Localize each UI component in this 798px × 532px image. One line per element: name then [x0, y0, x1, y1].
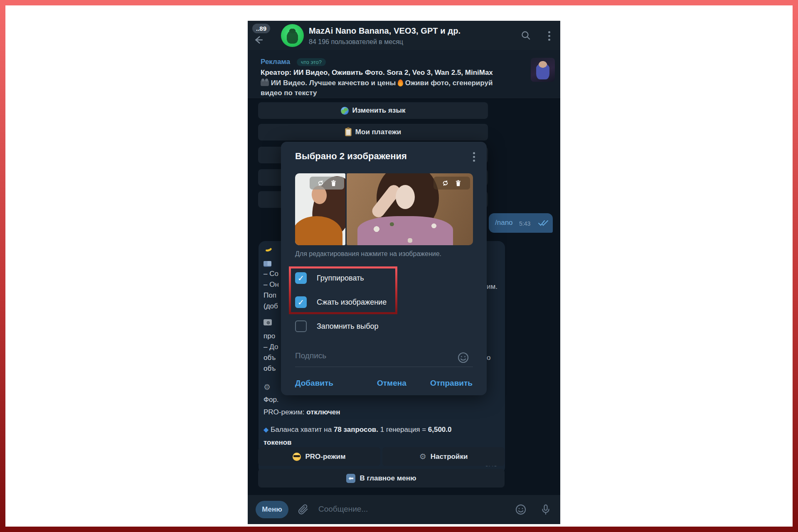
- edit-hint: Для редактирования нажмите на изображени…: [295, 250, 441, 258]
- emoji-icon[interactable]: [457, 352, 469, 364]
- attach-paperclip-icon[interactable]: [298, 504, 309, 515]
- ad-label: Реклама: [261, 58, 290, 66]
- search-icon[interactable]: [520, 30, 531, 41]
- ad-what-is-it-badge[interactable]: что это?: [297, 58, 326, 66]
- balance-line-2: токенов: [264, 438, 292, 447]
- clipboard-icon: [345, 128, 352, 136]
- message-input[interactable]: Сообщение...: [318, 505, 368, 514]
- emoji-icon[interactable]: [515, 504, 527, 515]
- message-fragment: – Со: [264, 270, 278, 278]
- dialog-menu-icon[interactable]: [473, 152, 475, 162]
- remember-choice-option[interactable]: ✓ Запомнить выбор: [295, 320, 378, 332]
- photo-figure: [357, 216, 453, 245]
- back-icon[interactable]: [253, 34, 264, 45]
- movie-camera-icon: [261, 80, 269, 86]
- message-fragment: о: [487, 354, 490, 362]
- ad-title: Креатор: ИИ Видео, Оживить Фото. Sora 2,…: [261, 69, 518, 77]
- annotation-highlight-box: [289, 266, 397, 314]
- sunglasses-icon: [293, 453, 301, 461]
- message-fragment: Фор.: [264, 396, 279, 404]
- message-fragment: Поп: [264, 291, 276, 300]
- banana-icon: [264, 244, 271, 253]
- message-fragment: – До: [264, 343, 278, 351]
- bot-command-link[interactable]: /nano: [495, 219, 513, 227]
- gear-icon: ⚙: [419, 453, 426, 461]
- keyboard-button-main-menu[interactable]: ⬅ В главное меню: [258, 469, 505, 488]
- message-fragment: (доб: [264, 302, 278, 310]
- bot-button-change-language[interactable]: Изменить язык: [258, 102, 488, 119]
- fire-icon: [398, 79, 403, 86]
- checkbox[interactable]: ✓: [295, 320, 307, 332]
- book-icon: [264, 261, 271, 269]
- bot-avatar[interactable]: [281, 24, 304, 47]
- photo-figure: [396, 185, 415, 209]
- add-button[interactable]: Добавить: [295, 379, 333, 388]
- selected-images: [295, 173, 473, 245]
- caption-underline: [295, 367, 473, 367]
- image-actions-overlay: [310, 177, 344, 190]
- chat-subtitle: 84 196 пользователей в месяц: [309, 38, 403, 46]
- chat-title[interactable]: MazAi Nano Banana, VEO3, GPT и др.: [309, 26, 461, 36]
- globe-icon: [341, 107, 349, 115]
- replace-image-icon[interactable]: [442, 180, 449, 187]
- ad-avatar: [531, 58, 555, 82]
- read-checkmarks-icon: [538, 219, 549, 227]
- unread-count-badge[interactable]: ..89: [252, 24, 270, 33]
- gear-icon: ⚙: [264, 383, 271, 391]
- outgoing-message[interactable]: /nano 5:43: [489, 213, 553, 233]
- delete-image-icon[interactable]: [455, 180, 462, 187]
- header-menu-icon[interactable]: [544, 30, 554, 41]
- selected-image-1[interactable]: [295, 173, 345, 245]
- chat-header: ..89 MazAi Nano Banana, VEO3, GPT и др. …: [248, 21, 560, 50]
- keyboard-button-pro-mode[interactable]: PRO-режим: [258, 447, 380, 466]
- message-fragment: – Он: [264, 281, 279, 289]
- image-actions-overlay: [433, 177, 470, 190]
- bot-button-my-payments[interactable]: Мои платежи: [258, 124, 488, 140]
- message-composer: Меню Сообщение...: [248, 495, 560, 524]
- message-fragment: объ: [264, 354, 276, 362]
- keyboard-button-settings[interactable]: ⚙ Настройки: [382, 447, 505, 466]
- blue-diamond-icon: ◆: [264, 426, 268, 433]
- delete-image-icon[interactable]: [330, 180, 337, 187]
- screenshot-frame: ..89 MazAi Nano Banana, VEO3, GPT и др. …: [0, 0, 798, 532]
- checkbox-label: Запомнить выбор: [317, 322, 378, 331]
- dialog-title: Выбрано 2 изображения: [295, 151, 407, 162]
- telegram-window: ..89 MazAi Nano Banana, VEO3, GPT и др. …: [248, 21, 560, 524]
- ad-body-line-2: видео по тексту: [261, 89, 317, 97]
- replace-image-icon[interactable]: [317, 180, 324, 187]
- ad-body-line: ИИ Видео. Лучшее качество и цены Оживи ф…: [261, 79, 522, 87]
- cancel-button[interactable]: Отмена: [377, 379, 406, 388]
- pro-mode-status-line: PRO-режим: отключен: [264, 408, 340, 416]
- selected-image-2[interactable]: [347, 173, 473, 245]
- balance-line: ◆ Баланса хватит на 78 запросов. 1 генер…: [264, 426, 452, 434]
- message-fragment: про: [264, 332, 275, 340]
- microphone-icon[interactable]: [540, 504, 552, 515]
- menu-button[interactable]: Меню: [256, 501, 288, 518]
- caption-input[interactable]: Подпись: [295, 351, 326, 360]
- camera-icon: [264, 319, 272, 328]
- message-fragment: им.: [487, 283, 498, 291]
- sponsored-message[interactable]: Реклама что это? Креатор: ИИ Видео, Ожив…: [248, 50, 560, 99]
- message-fragment: объ: [264, 365, 276, 373]
- message-time: 5:43: [519, 220, 530, 227]
- send-button[interactable]: Отправить: [430, 379, 473, 388]
- back-arrow-chip-icon: ⬅: [346, 474, 355, 483]
